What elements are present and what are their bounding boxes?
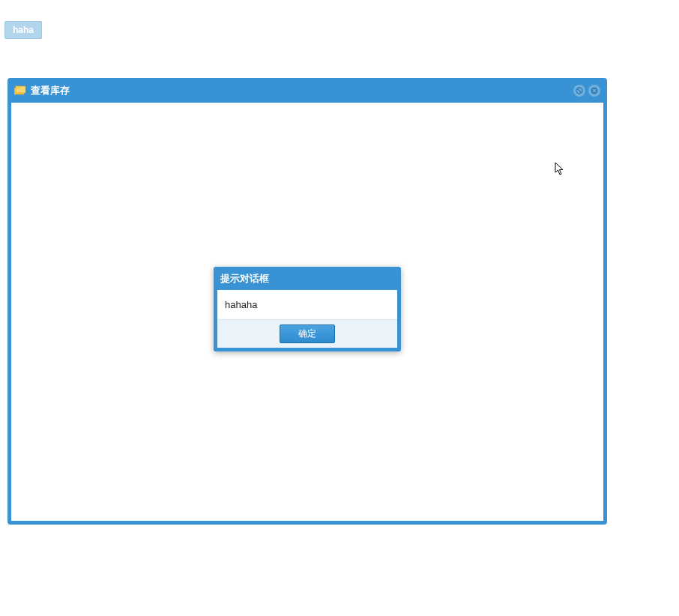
- main-window: 查看库存 提示对话框 hahaha 确定: [7, 78, 607, 525]
- folder-stack-icon: [14, 85, 26, 96]
- main-window-body: 提示对话框 hahaha 确定: [11, 103, 603, 521]
- dialog-title: 提示对话框: [217, 271, 397, 290]
- haha-button[interactable]: haha: [4, 21, 42, 39]
- svg-line-4: [578, 89, 582, 93]
- main-window-header: 查看库存: [11, 82, 603, 103]
- ok-button[interactable]: 确定: [280, 324, 335, 343]
- close-icon[interactable]: [588, 85, 600, 97]
- minimize-icon[interactable]: [573, 85, 585, 97]
- dialog-footer: 确定: [217, 319, 397, 348]
- dialog-message: hahaha: [217, 290, 397, 319]
- main-window-title: 查看库存: [31, 84, 573, 97]
- main-window-controls: [573, 85, 600, 97]
- prompt-dialog: 提示对话框 hahaha 确定: [214, 267, 401, 351]
- svg-rect-2: [16, 86, 20, 88]
